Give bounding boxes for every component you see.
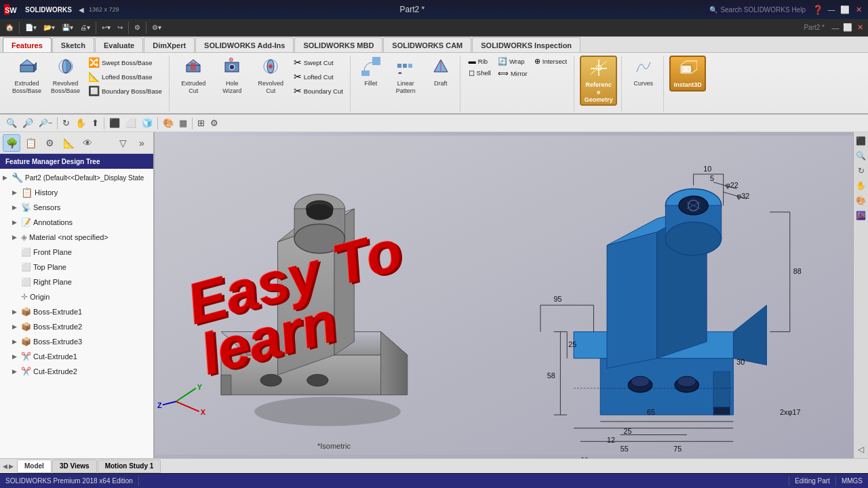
intersect-btn[interactable]: ⊕ Intersect — [532, 56, 570, 67]
swept-boss-label: Swept Boss/Base — [102, 59, 152, 66]
lofted-cut-label: Lofted Cut — [304, 73, 334, 81]
boundary-cut-label: Boundary Cut — [304, 87, 343, 95]
revolved-boss-btn[interactable]: Revolved Boss/Base — [47, 56, 84, 96]
new-btn[interactable]: 📄▾ — [22, 20, 39, 35]
filter-btn[interactable]: ▽ — [114, 134, 132, 152]
display-manager-btn[interactable]: 👁 — [79, 134, 96, 152]
swept-boss-btn[interactable]: 🔀 Swept Boss/Base — [85, 56, 165, 69]
scene-btn[interactable]: 🌆 — [855, 209, 867, 222]
tree-item-sensors[interactable]: ▶ 📡 Sensors — [0, 200, 153, 215]
zoom-out-btn[interactable]: 🔎− — [37, 116, 54, 131]
display-settings-btn[interactable]: ⚙ — [208, 116, 220, 131]
nav-prev-btn[interactable]: ◀ — [76, 2, 87, 17]
draft-label: Draft — [434, 80, 448, 87]
tree-root[interactable]: ▶ 🔧 Part2 (Default<<Default>_Display Sta… — [0, 170, 153, 185]
tree-item-material[interactable]: ▶ ◈ Material <not specified> — [0, 230, 153, 245]
hole-wizard-btn[interactable]: ⚙ Hole Wizard — [214, 56, 251, 96]
swept-cut-btn[interactable]: ✂ Swept Cut — [291, 56, 346, 69]
revolved-cut-btn[interactable]: Revolved Cut — [252, 56, 290, 96]
ribbon-min-btn[interactable]: — — [830, 22, 841, 33]
home-btn[interactable]: 🏠 — [3, 20, 16, 35]
rebuild-btn[interactable]: ⚙ — [132, 20, 143, 35]
shaded-btn[interactable]: 🎨 — [161, 116, 176, 131]
tree-item-history[interactable]: ▶ 📋 History — [0, 185, 153, 200]
display-style-btn[interactable]: ⬜ — [123, 116, 138, 131]
save-btn[interactable]: 💾▾ — [59, 20, 76, 35]
more-features-group: ▬ Rib ◻ Shell 🔄 Wrap ⟺ Mirror — [462, 56, 574, 112]
zoom-in-btn[interactable]: 🔎 — [20, 116, 35, 131]
tree-item-right-plane[interactable]: ▶ ⬜ Right Plane — [0, 274, 153, 289]
dim-xpert-btn[interactable]: 📐 — [60, 134, 77, 152]
viewport[interactable]: 10 5 φ22 φ32 95 88 65 25 30 25 58 12 2xφ… — [155, 132, 853, 458]
redo-btn[interactable]: ↪ — [115, 20, 125, 35]
view-orient-btn[interactable]: ⬛ — [107, 116, 122, 131]
tab-3d-views[interactable]: 3D Views — [52, 460, 97, 473]
expand-all-btn[interactable]: » — [133, 134, 151, 152]
extruded-boss-btn[interactable]: Extruded Boss/Base — [8, 56, 45, 96]
mirror-btn[interactable]: ⟺ Mirror — [495, 68, 530, 79]
lofted-cut-btn[interactable]: ✂ Lofted Cut — [291, 70, 346, 83]
ribbon-max-btn[interactable]: ⬜ — [842, 22, 853, 33]
reference-geometry-btn[interactable]: Reference Geometry — [580, 56, 617, 106]
tree-item-top-plane[interactable]: ▶ ⬜ Top Plane — [0, 260, 153, 274]
instant3d-btn[interactable]: 3D Instant3D — [669, 56, 706, 92]
prev-tab-btn[interactable]: ◀ — [3, 463, 7, 470]
zoom-sidebar-btn[interactable]: 🔍 — [855, 150, 867, 162]
tab-model[interactable]: Model — [17, 460, 52, 473]
tree-item-cut-extrude1[interactable]: ▶ ✂️ Cut-Extrude1 — [0, 349, 153, 364]
tree-item-boss-extrude1[interactable]: ▶ 📦 Boss-Extrude1 — [0, 304, 153, 319]
minimize-btn[interactable]: — — [826, 4, 837, 15]
tab-motion-study[interactable]: Motion Study 1 — [98, 460, 161, 473]
close-btn[interactable]: ✕ — [853, 4, 864, 15]
linear-pattern-btn[interactable]: ⬌ Linear Pattern — [387, 56, 425, 96]
appearance-btn[interactable]: 🎨 — [855, 195, 867, 207]
tab-cam[interactable]: SOLIDWORKS CAM — [383, 37, 471, 52]
open-btn[interactable]: 📂▾ — [41, 20, 58, 35]
shell-btn[interactable]: ◻ Shell — [466, 67, 494, 79]
rotate-btn[interactable]: ↻ — [60, 116, 72, 131]
property-manager-btn[interactable]: 📋 — [22, 134, 39, 152]
pan-sidebar-btn[interactable]: ✋ — [855, 180, 867, 192]
print-btn[interactable]: 🖨▾ — [77, 20, 93, 35]
tab-features[interactable]: Features — [3, 37, 52, 52]
extruded-cut-btn[interactable]: Extruded Cut — [175, 56, 212, 96]
tab-mbd[interactable]: SOLIDWORKS MBD — [294, 37, 382, 52]
tree-item-origin[interactable]: ▶ ✛ Origin — [0, 289, 153, 304]
pan-btn[interactable]: ✋ — [73, 116, 88, 131]
draft-btn[interactable]: Draft — [426, 56, 456, 89]
view-orient-sidebar-btn[interactable]: ⬛ — [855, 135, 867, 147]
rib-btn[interactable]: ▬ Rib — [466, 56, 494, 66]
tab-dimxpert[interactable]: DimXpert — [144, 37, 195, 52]
lofted-boss-btn[interactable]: 📐 Lofted Boss/Base — [85, 70, 165, 83]
options-btn[interactable]: ⚙▾ — [149, 20, 164, 35]
tree-item-front-plane[interactable]: ▶ ⬜ Front Plane — [0, 245, 153, 260]
wrap-btn[interactable]: 🔄 Wrap — [495, 56, 530, 67]
tree-item-cut-extrude2[interactable]: ▶ ✂️ Cut-Extrude2 — [0, 364, 153, 379]
zoom-fit-btn[interactable]: 🔍 — [4, 116, 19, 131]
tab-evaluate[interactable]: Evaluate — [95, 37, 143, 52]
boundary-cut-btn[interactable]: ✂ Boundary Cut — [291, 84, 346, 98]
expand-sidebar-btn[interactable]: ◁ — [855, 443, 867, 455]
config-manager-btn[interactable]: ⚙ — [41, 134, 58, 152]
tab-inspection[interactable]: SOLIDWORKS Inspection — [472, 37, 580, 52]
boundary-boss-btn[interactable]: 🔲 Boundary Boss/Base — [85, 84, 165, 98]
rotate-sidebar-btn[interactable]: ↻ — [855, 165, 867, 177]
view-cube-btn[interactable]: 🧊 — [140, 116, 155, 131]
tab-sketch[interactable]: Sketch — [52, 37, 94, 52]
feature-manager-btn[interactable]: 🌳 — [3, 134, 20, 152]
next-tab-btn[interactable]: ▶ — [9, 463, 14, 470]
ribbon-close-btn[interactable]: ✕ — [854, 22, 865, 33]
section-view-btn[interactable]: ⊞ — [195, 116, 207, 131]
tree-item-boss-extrude2[interactable]: ▶ 📦 Boss-Extrude2 — [0, 319, 153, 334]
curves-btn[interactable]: Curves — [629, 56, 658, 89]
tree-item-annotations[interactable]: ▶ 📝 Annotations — [0, 215, 153, 230]
wireframe-btn[interactable]: ▦ — [177, 116, 189, 131]
tree-item-boss-extrude3[interactable]: ▶ 📦 Boss-Extrude3 — [0, 334, 153, 349]
tab-addins[interactable]: SOLIDWORKS Add-Ins — [195, 37, 294, 52]
help-btn[interactable]: ❓ — [812, 4, 823, 15]
maximize-btn[interactable]: ⬜ — [840, 4, 850, 15]
select-btn[interactable]: ⬆ — [90, 116, 101, 131]
fillet-btn[interactable]: Fillet — [356, 56, 386, 89]
svg-rect-20 — [408, 64, 412, 68]
undo-btn[interactable]: ↩▾ — [99, 20, 113, 35]
